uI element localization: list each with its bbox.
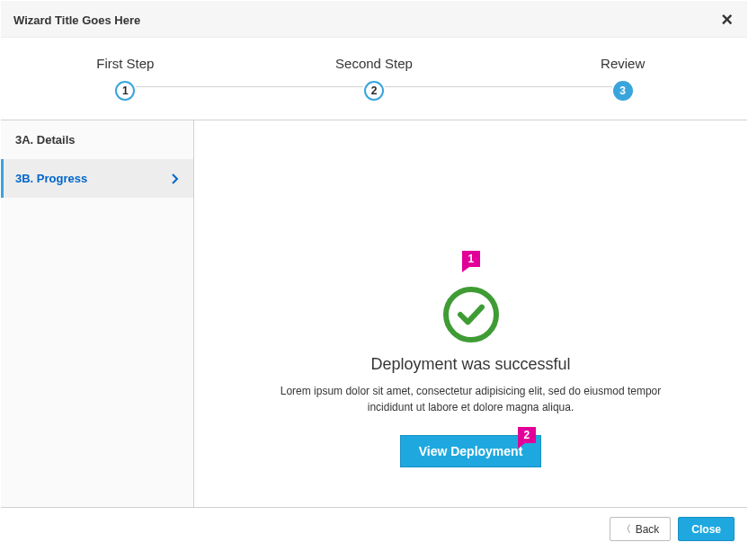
wizard-dialog: Wizard Title Goes Here × First Step 1 Se… <box>0 0 748 551</box>
content-pane: 1 2 Deployment was successful Lorem ipsu… <box>194 120 747 507</box>
sidebar: 3A. Details 3B. Progress <box>1 120 194 507</box>
step-review[interactable]: Review 3 <box>498 56 747 102</box>
chevron-left-icon: 〈 <box>621 522 631 536</box>
sidebar-item-label: 3B. Progress <box>15 172 87 185</box>
step-circle: 1 <box>115 81 135 101</box>
step-label: First Step <box>1 56 250 71</box>
success-check-icon <box>443 287 499 342</box>
step-label: Review <box>498 56 747 71</box>
step-indicator: First Step 1 Second Step 2 Review 3 <box>1 38 747 120</box>
close-icon[interactable]: × <box>719 10 735 30</box>
chevron-right-icon <box>172 173 179 184</box>
wizard-footer: 〈 Back Close <box>1 507 747 550</box>
wizard-body: 3A. Details 3B. Progress 1 2 Deployment … <box>1 120 747 507</box>
wizard-header: Wizard Title Goes Here × <box>1 1 747 38</box>
step-label: Second Step <box>250 56 499 71</box>
sidebar-item-progress[interactable]: 3B. Progress <box>1 159 193 198</box>
step-second[interactable]: Second Step 2 <box>250 56 499 102</box>
annotation-badge: 2 <box>518 427 537 443</box>
back-button[interactable]: 〈 Back <box>610 517 672 541</box>
close-button[interactable]: Close <box>678 517 735 541</box>
sidebar-item-details[interactable]: 3A. Details <box>1 120 193 159</box>
annotation-badge: 1 <box>462 251 481 267</box>
result-title: Deployment was successful <box>370 355 570 374</box>
wizard-title: Wizard Title Goes Here <box>13 13 140 27</box>
sidebar-item-label: 3A. Details <box>15 133 75 147</box>
result-description: Lorem ipsum dolor sit amet, consectetur … <box>278 383 664 415</box>
back-button-label: Back <box>636 523 660 536</box>
step-circle: 2 <box>364 81 384 101</box>
step-circle: 3 <box>613 81 633 101</box>
step-first[interactable]: First Step 1 <box>1 56 250 102</box>
